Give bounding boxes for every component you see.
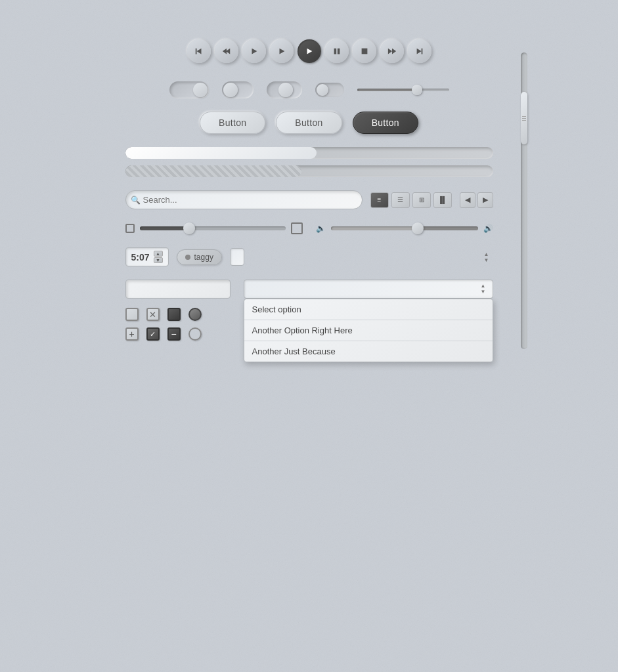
nav-prev-button[interactable]: ◀ (460, 192, 475, 208)
scrollbar-thumb[interactable] (521, 92, 527, 144)
bottom-row: ✕ + ✓ − ▲ ▼ (125, 280, 493, 362)
slider-max-icon (291, 222, 303, 234)
checkbox-plus[interactable]: + (125, 327, 139, 341)
tag-label: taggy (194, 253, 213, 262)
button-1[interactable]: Button (200, 112, 265, 134)
time-row: 5:07 ▲ ▼ taggy ▲ ▼ (125, 247, 493, 266)
stop-button[interactable] (353, 39, 376, 63)
button-3[interactable]: Button (353, 112, 418, 134)
toggles-row (125, 81, 493, 98)
search-wrapper: 🔍 (125, 190, 363, 209)
select-1-wrapper: ▲ ▼ (230, 248, 493, 266)
progress-section (125, 147, 493, 177)
pause-button[interactable] (325, 39, 349, 63)
view-controls: ≡ ☰ ⊞ ▐▌ (370, 192, 452, 208)
play-button-active[interactable] (298, 39, 321, 63)
time-value: 5:07 (131, 252, 150, 262)
progress-bar-1 (125, 147, 493, 159)
view-btn-lines[interactable]: ≡ (370, 192, 389, 208)
slider-min-icon (125, 224, 135, 233)
nav-controls: ◀ ▶ (460, 192, 493, 208)
time-display: 5:07 ▲ ▼ (125, 247, 169, 266)
volume-track[interactable] (331, 226, 478, 230)
nav-next-button[interactable]: ▶ (477, 192, 493, 208)
buttons-row: Button Button Button (125, 112, 493, 134)
volume-thumb[interactable] (412, 222, 424, 234)
play-button-2[interactable] (270, 39, 294, 63)
dropdown-trigger[interactable]: ▲ ▼ (244, 280, 493, 299)
search-row: 🔍 ≡ ☰ ⊞ ▐▌ ◀ ▶ (125, 190, 493, 209)
toggle-3[interactable] (267, 81, 302, 98)
tag-dot (185, 255, 190, 260)
sliders-row: 🔈 🔊 (125, 222, 493, 234)
toggle-4-thumb (317, 84, 328, 96)
checkboxes-section: ✕ + ✓ − (125, 308, 231, 341)
media-controls (125, 39, 493, 63)
checkbox-x[interactable]: ✕ (146, 308, 160, 321)
checkbox-row-2: + ✓ − (125, 327, 231, 341)
fast-forward-button[interactable] (380, 39, 404, 63)
scrollbar[interactable] (519, 52, 529, 349)
view-btn-list[interactable]: ☰ (391, 192, 410, 208)
volume-low-icon: 🔈 (316, 224, 326, 233)
range-slider-1 (125, 222, 303, 234)
slider-1-thumb[interactable] (412, 85, 422, 95)
search-input[interactable] (125, 190, 363, 209)
dropdown-arrows: ▲ ▼ (481, 284, 486, 295)
scrollbar-grip (521, 92, 527, 144)
checkbox-circle-filled[interactable] (188, 308, 202, 321)
range-track-1[interactable] (140, 226, 286, 230)
progress-fill-2 (125, 165, 302, 177)
left-controls: ✕ + ✓ − (125, 280, 231, 341)
checkbox-check[interactable]: ✓ (146, 327, 160, 341)
toggle-2[interactable] (222, 81, 254, 98)
select-arrows-1: ▲ ▼ (484, 251, 489, 262)
button-2[interactable]: Button (276, 112, 342, 134)
checkbox-circle-outline[interactable] (188, 327, 202, 341)
checkbox-row-1: ✕ (125, 308, 231, 321)
view-btn-barcode[interactable]: ▐▌ (433, 192, 452, 208)
stepper-down[interactable]: ▼ (154, 257, 163, 263)
skip-forward-button[interactable] (408, 39, 431, 63)
toggle-2-thumb (223, 83, 238, 97)
dropdown-item-1[interactable]: Another Option Right Here (244, 320, 493, 341)
checkbox-minus[interactable]: − (167, 327, 181, 341)
toggle-1[interactable] (169, 81, 209, 98)
svg-rect-0 (361, 49, 367, 54)
slider-1-track[interactable] (357, 89, 449, 91)
tag-pill[interactable]: taggy (177, 249, 222, 265)
dropdown-item-0[interactable]: Select option (244, 299, 493, 320)
slider-1-container (357, 89, 449, 91)
stepper-up[interactable]: ▲ (154, 251, 163, 257)
dropdown-section: ▲ ▼ Select option Another Option Right H… (244, 280, 493, 362)
toggle-4[interactable] (315, 83, 344, 97)
rewind-button[interactable] (215, 39, 238, 63)
range-thumb-1[interactable] (183, 222, 195, 234)
view-btn-grid[interactable]: ⊞ (412, 192, 431, 208)
text-input[interactable] (125, 280, 231, 299)
checkbox-empty[interactable] (125, 308, 139, 321)
scrollbar-track (521, 52, 527, 349)
volume-slider: 🔈 🔊 (316, 224, 493, 233)
time-stepper[interactable]: ▲ ▼ (154, 251, 163, 263)
select-1[interactable] (230, 248, 244, 266)
dropdown-menu: Select option Another Option Right Here … (244, 299, 493, 362)
progress-fill-1 (125, 147, 317, 159)
skip-back-button[interactable] (187, 39, 211, 63)
checkbox-filled[interactable] (167, 308, 181, 321)
progress-bar-2 (125, 165, 493, 177)
toggle-3-thumb (278, 83, 293, 97)
toggle-1-thumb (193, 83, 208, 97)
play-button-1[interactable] (242, 39, 266, 63)
search-icon: 🔍 (131, 196, 141, 205)
dropdown-item-2[interactable]: Another Just Because (244, 341, 493, 362)
volume-high-icon: 🔊 (483, 224, 493, 233)
